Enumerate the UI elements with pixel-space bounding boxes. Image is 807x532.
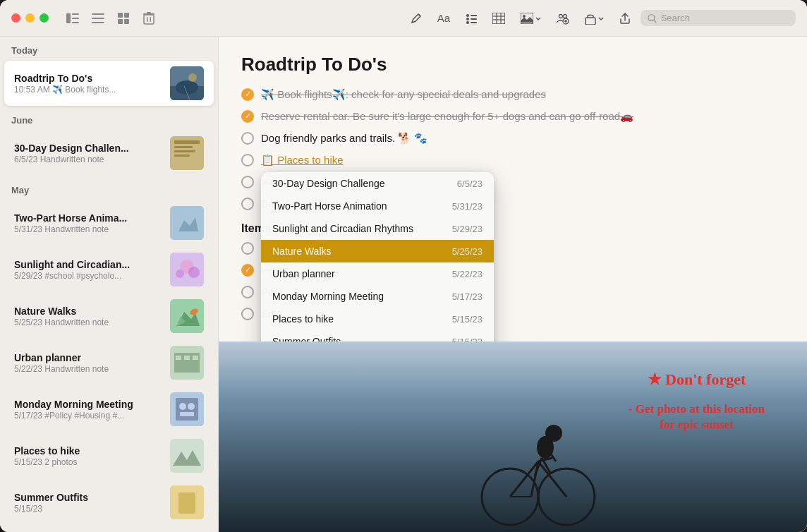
dropdown-item-title: Two-Part Horse Animation — [272, 200, 387, 212]
thumb-image — [170, 392, 204, 426]
svg-point-30 — [564, 14, 567, 18]
note-item-30day[interactable]: 30-Day Design Challen... 6/5/23 Handwrit… — [4, 131, 214, 176]
svg-point-60 — [188, 403, 195, 410]
lock-icon — [585, 12, 596, 25]
checklist-item-3: Dog friendly parks and trails. 🐕 🐾 — [241, 131, 784, 145]
dropdown-item-1[interactable]: Two-Part Horse Animation 5/31/23 — [261, 195, 494, 217]
svg-rect-44 — [174, 155, 190, 157]
font-button[interactable]: Aa — [432, 8, 456, 28]
note-title: Two-Part Horse Anima... — [14, 212, 163, 224]
svg-rect-3 — [72, 22, 79, 23]
search-input[interactable] — [661, 13, 789, 23]
checklist-item-2: ✓ Reserve rental car. Be sure it's large… — [241, 109, 784, 123]
checkbox-4[interactable] — [241, 154, 254, 167]
thumb-image — [170, 485, 204, 519]
dropdown-item-date: 5/22/23 — [452, 269, 483, 279]
note-item-monday[interactable]: Monday Morning Meeting 5/17/23 #Policy #… — [4, 387, 214, 432]
dropdown-item-3[interactable]: Nature Walks 5/25/23 — [261, 240, 494, 262]
thumb-image — [170, 136, 204, 170]
collab-button[interactable] — [551, 8, 575, 28]
dropdown-item-date: 5/15/23 — [452, 337, 483, 342]
svg-rect-4 — [92, 13, 104, 15]
dropdown-item-title: 30-Day Design Challenge — [272, 178, 385, 189]
svg-point-49 — [188, 267, 200, 278]
note-title: Sunlight and Circadian... — [14, 259, 163, 270]
checkbox-2[interactable]: ✓ — [241, 110, 254, 123]
autocomplete-dropdown[interactable]: 30-Day Design Challenge 6/5/23 Two-Part … — [261, 172, 494, 341]
section-checkbox-3[interactable] — [241, 286, 254, 298]
dropdown-item-2[interactable]: Sunlight and Circadian Rhythms 5/29/23 — [261, 217, 494, 240]
list-view-button[interactable] — [88, 8, 108, 28]
section-checkbox-1[interactable] — [241, 242, 254, 255]
note-item-sunlight[interactable]: Sunlight and Circadian... 5/29/23 #schoo… — [4, 247, 214, 292]
svg-point-29 — [559, 14, 563, 18]
note-meta: 10:53 AM ✈️ Book flights... — [14, 85, 163, 95]
note-item-hike[interactable]: Places to hike 5/15/23 2 photos — [4, 433, 214, 478]
checkbox-5[interactable] — [241, 176, 254, 188]
note-item-horse[interactable]: Two-Part Horse Anima... 5/31/23 Handwrit… — [4, 200, 214, 246]
toolbar-right: Aa — [405, 8, 796, 28]
compose-button[interactable] — [405, 9, 427, 28]
share-button[interactable] — [614, 8, 636, 28]
svg-rect-64 — [178, 492, 195, 514]
dropdown-item-5[interactable]: Monday Morning Meeting 5/17/23 — [261, 285, 494, 308]
media-button[interactable] — [515, 9, 547, 28]
note-item-summer[interactable]: Summer Outfits 5/15/23 — [4, 480, 214, 525]
dropdown-item-7[interactable]: Summer Outfits 5/15/23 — [261, 330, 494, 341]
minimize-button[interactable] — [25, 13, 35, 23]
chevron-down-icon — [535, 16, 541, 21]
sidebar-toggle-button[interactable] — [63, 8, 83, 28]
checkbox-1[interactable]: ✓ — [241, 88, 254, 101]
maximize-button[interactable] — [40, 13, 49, 23]
svg-point-18 — [466, 18, 469, 20]
checkbox-6[interactable] — [241, 198, 254, 210]
note-item-roadtrip[interactable]: Roadtrip To Do's 10:53 AM ✈️ Book flight… — [4, 61, 214, 106]
section-checkbox-2[interactable]: ✓ — [241, 264, 254, 277]
note-editor: Roadtrip To Do's ✓ ✈️ Book flights✈️: ch… — [219, 37, 807, 532]
svg-rect-42 — [174, 146, 193, 148]
app-window: Aa — [0, 0, 807, 532]
note-meta: 5/31/23 Handwritten note — [14, 224, 163, 234]
table-button[interactable] — [487, 9, 511, 28]
section-checkbox-4[interactable] — [241, 308, 254, 320]
svg-rect-21 — [471, 22, 477, 23]
note-title: 30-Day Design Challen... — [14, 143, 163, 154]
format-icon — [466, 13, 477, 24]
note-info: Sunlight and Circadian... 5/29/23 #schoo… — [14, 259, 163, 281]
dropdown-item-date: 6/5/23 — [457, 179, 483, 189]
handwritten-line3: for epic sunset — [629, 417, 765, 433]
note-item-nature[interactable]: Nature Walks 5/25/23 Handwritten note — [4, 294, 214, 339]
gallery-view-button[interactable] — [114, 8, 133, 28]
svg-rect-14 — [143, 13, 154, 15]
dropdown-item-title: Monday Morning Meeting — [272, 291, 384, 302]
delete-button[interactable] — [139, 8, 159, 28]
note-item-urban[interactable]: Urban planner 5/22/23 Handwritten note — [4, 340, 214, 385]
checklist-item-1: ✓ ✈️ Book flights✈️: check for any speci… — [241, 87, 784, 102]
format-button[interactable] — [460, 9, 483, 28]
list-icon — [92, 13, 104, 23]
svg-line-68 — [538, 461, 566, 497]
search-bar[interactable] — [641, 10, 796, 26]
lock-button[interactable] — [579, 8, 609, 28]
checklist-link-4[interactable]: 📋 Places to hike — [261, 152, 344, 167]
note-thumbnail — [170, 299, 204, 333]
handwritten-line1: ★ Don't forget — [629, 370, 765, 390]
dropdown-item-4[interactable]: Urban planner 5/22/23 — [261, 262, 494, 285]
note-info: 30-Day Design Challen... 6/5/23 Handwrit… — [14, 143, 163, 164]
trash-icon — [143, 12, 154, 25]
checkbox-3[interactable] — [241, 132, 254, 145]
note-meta: 5/15/23 2 photos — [14, 457, 163, 467]
svg-point-59 — [179, 403, 186, 410]
share-icon — [619, 12, 631, 25]
dropdown-item-0[interactable]: 30-Day Design Challenge 6/5/23 — [261, 172, 494, 195]
svg-rect-56 — [193, 356, 198, 360]
dropdown-item-6[interactable]: Places to hike 5/15/23 — [261, 308, 494, 330]
close-button[interactable] — [11, 13, 20, 23]
thumb-image — [170, 66, 204, 100]
note-editor-content[interactable]: Roadtrip To Do's ✓ ✈️ Book flights✈️: ch… — [219, 37, 807, 341]
note-meta: 5/25/23 Handwritten note — [14, 318, 163, 327]
note-title: Places to hike — [14, 445, 163, 457]
note-info: Urban planner 5/22/23 Handwritten note — [14, 352, 163, 374]
svg-rect-9 — [118, 19, 123, 24]
note-image-area: ★ Don't forget - Get photo at this locat… — [219, 341, 807, 532]
